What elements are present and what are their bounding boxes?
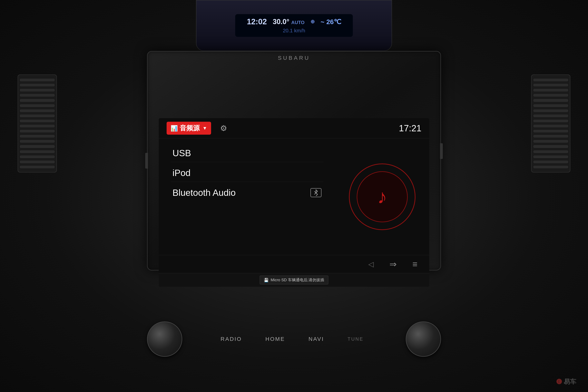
music-note-icon: ♪ — [377, 186, 387, 208]
back-icon[interactable]: ◁ — [368, 260, 374, 268]
watermark: 🅔 易车 — [556, 378, 576, 386]
dashboard-cluster: 12:02 30.0° AUTO ⊕ ~ 26℃ 20.1 km/h — [196, 0, 392, 51]
screen-content: USB iPod Bluetooth Audio — [159, 138, 429, 255]
screen-bottom-controls: ◁ ⇒ ≡ — [159, 255, 429, 273]
screen-header: 📊 音频源 ▼ ⚙ 17:21 — [159, 118, 429, 138]
navi-button[interactable]: NAVI — [308, 336, 324, 342]
menu-item-usb-label: USB — [172, 148, 191, 158]
header-left: 📊 音频源 ▼ ⚙ — [166, 122, 227, 135]
menu-item-bluetooth-label: Bluetooth Audio — [172, 188, 236, 198]
menu-item-ipod-label: iPod — [172, 168, 190, 178]
music-circle-inner: ♪ — [357, 171, 408, 222]
menu-list: USB iPod Bluetooth Audio — [159, 138, 335, 255]
vent-left — [18, 74, 57, 172]
dropdown-arrow-icon: ▼ — [202, 126, 207, 131]
menu-item-bluetooth-audio[interactable]: Bluetooth Audio — [170, 184, 324, 202]
tune-label: TUNE — [348, 336, 364, 342]
menu-item-ipod[interactable]: iPod — [170, 164, 324, 182]
bezel-side-button-right[interactable] — [440, 143, 443, 159]
vent-right — [531, 74, 570, 172]
cluster-temp-outside: 30.0° AUTO — [273, 18, 304, 26]
menu-item-usb[interactable]: USB — [170, 144, 324, 162]
cluster-speed: 20.1 km/h — [243, 28, 345, 34]
repeat-icon[interactable]: ⇒ — [390, 259, 397, 269]
lcd-screen: 📊 音频源 ▼ ⚙ 17:21 USB iPod Bluetooth Audio — [159, 118, 429, 287]
source-button-label: 音频源 — [180, 124, 200, 133]
settings-gear-icon[interactable]: ⚙ — [220, 124, 227, 133]
bluetooth-icon — [310, 188, 322, 197]
sd-notification-bar: 💾 Micro SD 车辆通电后,请勿拔插 — [159, 273, 429, 287]
sd-card-icon: 💾 — [264, 278, 269, 282]
screen-time: 17:21 — [399, 123, 422, 134]
bezel-side-button-left[interactable] — [145, 153, 148, 168]
music-circle-outer: ♪ — [349, 164, 416, 230]
playlist-icon[interactable]: ≡ — [412, 259, 418, 269]
music-visual: ♪ — [335, 138, 429, 255]
cluster-display: 12:02 30.0° AUTO ⊕ ~ 26℃ 20.1 km/h — [235, 14, 353, 37]
audio-bars-icon: 📊 — [170, 125, 178, 132]
home-button[interactable]: HOME — [266, 336, 285, 342]
sd-notification-text: Micro SD 车辆通电后,请勿拔插 — [271, 277, 324, 283]
buttons-center: RADIO HOME NAVI TUNE — [182, 336, 406, 342]
cluster-temp-inside: ~ 26℃ — [321, 18, 341, 26]
cluster-time: 12:02 — [247, 17, 267, 26]
screen-bezel: 📊 音频源 ▼ ⚙ 17:21 USB iPod Bluetooth Audio — [147, 51, 441, 270]
source-button[interactable]: 📊 音频源 ▼ — [166, 122, 211, 135]
radio-button[interactable]: RADIO — [220, 336, 242, 342]
tune-knob[interactable] — [406, 322, 441, 357]
cluster-wifi-icon: ⊕ — [310, 18, 315, 25]
volume-knob[interactable] — [147, 322, 182, 357]
sd-notification: 💾 Micro SD 车辆通电后,请勿拔插 — [260, 276, 328, 284]
subaru-logo: SUBARU — [278, 55, 310, 61]
physical-buttons-row: RADIO HOME NAVI TUNE — [147, 322, 441, 357]
